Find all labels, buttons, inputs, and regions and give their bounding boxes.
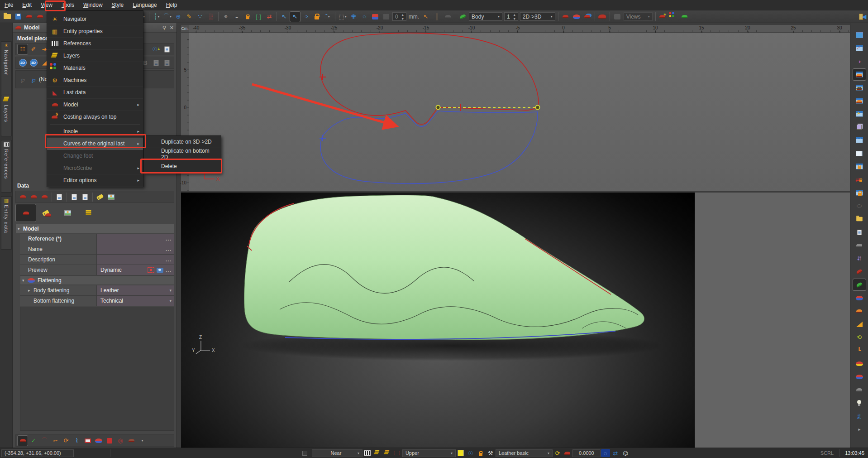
doc-cloud-up-icon[interactable] [69,192,79,202]
snapshot-frame-icon[interactable] [148,267,154,273]
curve-k-icon[interactable]: ˇ▾ [323,12,333,22]
doc-cloud-down-icon[interactable] [80,192,90,202]
rotate-icon[interactable]: ○ [359,12,369,22]
stack-shoes-icon[interactable] [561,12,571,22]
viewport-3d[interactable]: Z X Y [181,193,695,448]
upper-select[interactable]: Upper▾ [402,449,456,457]
description-value[interactable]: ... [97,255,174,265]
lock-icon[interactable] [312,12,322,22]
dashed-circle-icon[interactable]: ◌ [601,449,610,457]
near-select[interactable]: Near▾ [312,449,362,457]
marquee-icon[interactable]: ⬚▾ [338,12,348,22]
eye-plus-icon[interactable]: ☉+ [151,44,161,54]
xml-box-icon[interactable] [105,436,114,446]
menuitem-materials[interactable]: Materials [47,62,143,74]
pin-icon[interactable]: ⚲ [162,25,166,31]
menu-style[interactable]: Style [107,0,129,10]
data-cloud-down-icon[interactable] [39,192,49,202]
count-spinner[interactable]: 1▴▾ [504,12,518,21]
rotate-view-icon[interactable]: ◑ [853,56,866,67]
shoe-sync-icon[interactable] [680,12,690,22]
check-shoe-icon[interactable]: ✓ [29,436,38,446]
near-checkbox[interactable] [302,451,307,456]
more-tools-caret[interactable]: ▾ [137,436,147,446]
shoe-tool-icon[interactable] [443,12,453,22]
body-flattening-select[interactable]: Leather▾ [97,285,174,295]
mode-select[interactable]: 2D->3D▾ [520,12,555,21]
data-cloud-up-icon[interactable] [29,192,38,202]
plain-square-icon[interactable] [381,12,391,22]
tab-list-data[interactable] [78,204,98,222]
magnet-icon[interactable]: [·] [253,12,263,22]
sidetab-references[interactable]: References [1,140,12,193]
cube-view-icon[interactable] [853,121,866,133]
preview-ellipsis[interactable]: ... [166,267,172,273]
menuitem-references[interactable]: References [47,38,143,50]
red-shoe-icon[interactable] [597,12,607,22]
curve-points-icon[interactable]: ∵ [195,12,205,22]
copy-docs-icon[interactable] [853,227,866,238]
pieces-pair-icon[interactable] [94,436,104,446]
add-palette-icon[interactable] [669,12,679,22]
heel-icon[interactable]: ┗ [853,345,866,356]
menuitem-model[interactable]: Model▸ [47,99,143,111]
wedge-icon[interactable] [853,318,866,330]
shoe-3d-icon[interactable] [126,436,136,446]
comb-icon[interactable]: ░ [206,12,216,22]
flip-redblue-icon[interactable] [853,371,866,382]
last-side-view-icon[interactable] [853,95,866,106]
menuitem-change-foot[interactable]: Change foot [47,150,143,162]
selection-box-icon[interactable] [393,449,402,457]
layer-lock-icon[interactable] [476,449,485,457]
lamp-icon[interactable]: ⌬ [621,449,630,457]
move-icon[interactable]: ✙ [348,12,358,22]
lasso-icon[interactable]: ⬭ [853,200,866,212]
layer-shoes-icon[interactable] [572,12,582,22]
arc-icon[interactable]: ⌒▾ [162,12,172,22]
fit-window-icon[interactable]: ⤢ [853,43,866,54]
menu-tools[interactable]: Tools [57,0,79,10]
exit-door-icon[interactable]: ◀ [858,12,868,22]
viewport-2d[interactable]: Cm. -40 -35 -30 -25 -20 -15 -10 -5 0 5 1… [181,25,850,191]
export-model-icon[interactable] [35,12,45,22]
reference-ellipsis[interactable]: ... [166,236,172,242]
name-value[interactable]: ... [97,244,174,254]
pencil-icon[interactable]: ✎ [184,12,194,22]
menuitem-layers[interactable]: Layers [47,50,143,62]
tab-model-data[interactable] [16,204,36,222]
submenuitem-delete[interactable]: Delete [144,160,221,173]
submenuitem-duplicate-3d-2d[interactable]: Duplicate on 3D->2D [144,136,221,148]
menu-view[interactable]: View [36,0,57,10]
menuitem-costing[interactable]: $Costing always on top [47,111,143,123]
tag-icon[interactable] [95,192,105,202]
menuitem-microscribe[interactable]: MicroScribe▸ [47,162,143,174]
link-icon[interactable]: ⚭ [221,12,231,22]
slide-shoes-icon[interactable] [582,12,592,22]
reference-value[interactable]: ... [97,234,174,244]
badge-3d-icon[interactable]: 3D [29,58,38,68]
tab-photo-data[interactable] [57,204,77,222]
visibility-eye-icon[interactable]: ☉ [466,449,475,457]
menuitem-navigator[interactable]: ☀Navigator [47,13,143,25]
sidetab-layers[interactable]: Layers [1,95,12,136]
pieces-grid-icon[interactable] [18,436,28,446]
sidetab-entity-data[interactable]: ▥ Entity data [1,196,12,250]
menuitem-last-data[interactable]: ◣Last data [47,87,143,99]
window-view-icon[interactable] [853,29,866,41]
node-curve-icon[interactable]: ⌣ [232,12,242,22]
menu-help[interactable]: Help [162,0,182,10]
barcode-status-icon[interactable] [363,449,372,457]
preview-value[interactable]: Dynamic ... [97,265,174,275]
offset-spinner[interactable]: 0▴▾ [392,12,406,21]
menuitem-curves-original-last[interactable]: Curves of the original last▸ [47,138,143,150]
lock-arrows-icon[interactable]: ⇄ [853,174,866,185]
curves-pair-icon[interactable]: ℘ [29,74,38,84]
last-view-active-icon[interactable] [853,69,866,80]
add-shoe-icon[interactable]: + [658,12,668,22]
material-select[interactable]: Leather basic▾ [496,449,553,457]
select-cursor-icon[interactable]: ↖ [290,12,300,22]
layer-paste-icon[interactable] [383,449,392,457]
paste-piece-icon[interactable] [162,58,172,68]
ring-icon[interactable]: ◎ [115,436,125,446]
save-icon[interactable] [13,12,23,22]
